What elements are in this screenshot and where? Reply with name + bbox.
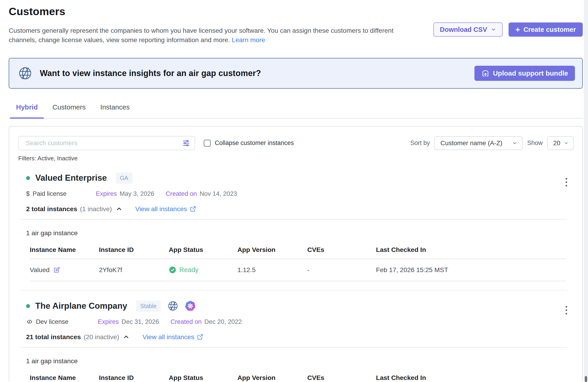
col-cves: CVEs [307,371,376,381]
page-description-text: Customers generally represent the compan… [9,27,393,43]
external-link-icon [190,206,196,212]
chevron-down-icon [564,140,568,146]
customer-meta-row: Dev license Expires Dec 31, 2026 Created… [26,318,574,325]
license-type-label: Dev license [36,318,68,325]
learn-more-link[interactable]: Learn more [232,36,265,43]
tab-hybrid[interactable]: Hybrid [10,103,44,119]
customer-header: Valued Enterprise GA [26,172,574,184]
col-app-version: App Version [237,371,307,381]
plus-icon: + [515,26,520,33]
sort-show-controls: Sort by Customer name (A-Z) Show 20 [410,136,574,150]
created-on-label: Created on [170,318,202,325]
scrollbar[interactable] [584,0,588,382]
col-instance-name: Instance Name [30,371,99,381]
airgap-banner: Want to view instance insights for an ai… [9,58,583,89]
filter-sliders-icon[interactable] [182,139,190,147]
collapse-caret-icon[interactable] [116,205,123,212]
customers-panel: Collapse customer instances Sort by Cust… [9,126,583,381]
external-link-icon [197,334,203,340]
col-last-checked-in: Last Checked In [376,371,566,381]
customer-menu-button[interactable] [564,305,568,316]
customer-name[interactable]: Valued Enterprise [35,173,107,183]
total-instances-count: 2 total instances [26,205,77,213]
customer-name[interactable]: The Airplane Company [35,301,127,311]
kubernetes-icon [185,301,195,311]
collapse-caret-icon[interactable] [123,334,130,340]
license-type-label: Paid license [33,190,66,197]
download-csv-label: Download CSV [440,26,487,33]
total-instances-count: 21 total instances [26,333,81,341]
dollar-icon: $ [26,190,30,197]
scrollbar-thumb[interactable] [585,376,587,382]
view-all-instances-link[interactable]: View all instances [142,333,203,341]
created-info: Created on Dec 20, 2022 [170,318,242,325]
section-divider [21,347,567,348]
page-title: Customers [9,5,583,18]
code-icon [26,318,33,325]
collapse-instances-control: Collapse customer instances [204,139,294,147]
col-cves: CVEs [307,243,376,259]
create-customer-label: Create customer [524,26,576,33]
col-last-checked-in: Last Checked In [376,243,566,259]
instances-summary-row: 21 total instances (20 inactive) View al… [26,333,574,341]
check-circle-icon [169,266,176,274]
app-version-value: 1.12.5 [237,259,307,281]
page: Customers Customers generally represent … [9,5,583,381]
expires-date: Dec 31, 2026 [122,318,159,325]
channel-badge: Stable [136,300,161,312]
instance-id: 2YfoK7f [99,259,169,281]
expires-label: Expires [98,318,119,325]
collapse-instances-checkbox[interactable] [204,140,211,147]
view-all-instances-link[interactable]: View all instances [135,205,196,213]
channel-badge: GA [116,172,133,184]
customer-menu-button[interactable] [564,177,568,188]
upload-support-bundle-button[interactable]: Upload support bundle [474,66,575,81]
sort-by-select[interactable]: Customer name (A-Z) [434,136,523,150]
tab-customers[interactable]: Customers [46,103,92,119]
customer-meta-row: $ Paid license Expires May 3, 2026 Creat… [26,190,574,197]
inactive-instances-note: (20 inactive) [84,333,119,341]
show-label: Show [527,139,543,147]
upload-support-bundle-label: Upload support bundle [493,69,568,77]
license-type: Dev license [26,318,68,325]
create-customer-button[interactable]: + Create customer [508,22,583,37]
download-csv-button[interactable]: Download CSV [433,22,503,37]
col-instance-id: Instance ID [99,243,169,259]
sort-by-label: Sort by [410,139,430,147]
cves-value: - [307,259,376,281]
section-divider [21,219,567,220]
tab-bar: Hybrid Customers Instances [9,103,583,118]
expires-info: Expires Dec 31, 2026 [98,318,159,325]
airgap-instances-section: 1 air gap instance Instance Name Instanc… [18,229,574,281]
col-instance-name: Instance Name [30,243,99,259]
created-date: Dec 20, 2022 [205,318,242,325]
created-on-label: Created on [166,190,197,197]
airgap-instances-section: 1 air gap instance Instance Name Instanc… [18,357,574,381]
view-all-instances-label: View all instances [142,333,194,341]
upload-icon [481,69,489,77]
edit-icon[interactable] [53,266,60,274]
page-description: Customers generally represent the compan… [9,26,414,45]
expires-date: May 3, 2026 [120,190,154,197]
customer-separator [21,290,567,290]
instances-summary-row: 2 total instances (1 inactive) View all … [26,205,574,213]
airgap-globe-icon [18,66,32,80]
table-header-row: Instance Name Instance ID App Status App… [30,243,566,259]
col-app-version: App Version [237,243,307,259]
toolbar: Collapse customer instances Sort by Cust… [18,136,574,150]
banner-heading: Want to view instance insights for an ai… [40,68,261,78]
airgap-instance-heading: 1 air gap instance [26,357,574,365]
view-all-instances-label: View all instances [135,205,187,213]
tab-instances[interactable]: Instances [94,103,136,119]
show-count-select[interactable]: 20 [547,136,574,150]
expires-label: Expires [96,190,117,197]
active-status-dot [26,176,30,180]
airgap-instance-table: Instance Name Instance ID App Status App… [30,371,566,381]
license-type: $ Paid license [26,190,67,197]
created-info: Created on Nov 14, 2023 [166,190,237,197]
search-field-wrap [18,136,195,150]
instance-name: Valued [30,266,50,274]
col-instance-id: Instance ID [99,371,169,381]
customer-header: The Airplane Company Stable [26,300,574,312]
search-input[interactable] [18,136,195,150]
